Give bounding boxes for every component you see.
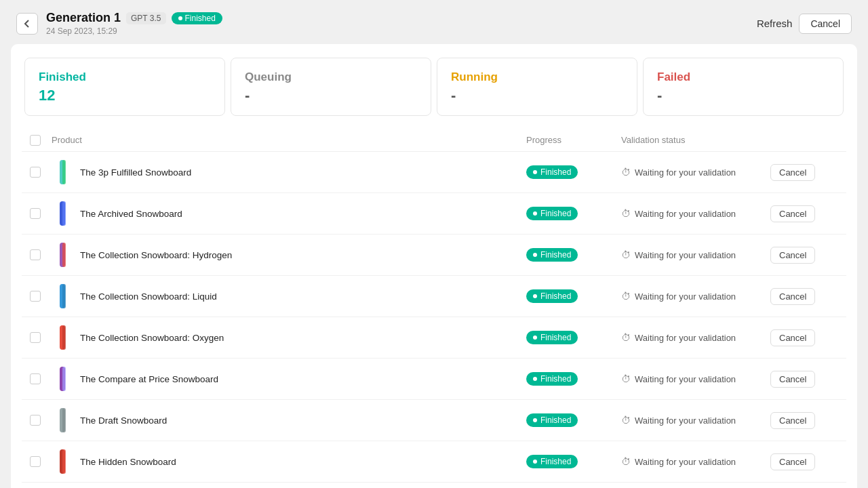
- row-cancel-button[interactable]: Cancel: [770, 247, 815, 264]
- product-thumbnail: [52, 407, 73, 434]
- validation-text: Waiting for your validation: [635, 374, 736, 384]
- table-row: The Collection Snowboard: Hydrogen Finis…: [22, 235, 846, 276]
- row-checkbox[interactable]: [30, 167, 41, 178]
- page-title: Generation 1: [46, 11, 121, 25]
- header-title-row: Generation 1 GPT 3.5 Finished: [46, 11, 222, 25]
- header-validation-col: Validation status: [621, 135, 770, 146]
- product-cell: The Collection Snowboard: Oxygen: [52, 324, 526, 351]
- row-cancel-button[interactable]: Cancel: [770, 371, 815, 388]
- action-cell: Cancel: [770, 371, 838, 388]
- progress-badge: Finished: [526, 289, 578, 303]
- action-cell: Cancel: [770, 453, 838, 470]
- product-thumbnail: [52, 365, 73, 392]
- row-checkbox-cell: [30, 332, 52, 343]
- row-checkbox-cell: [30, 373, 52, 384]
- action-cell: Cancel: [770, 164, 838, 181]
- table-row: The Hidden Snowboard Finished ⏱ Waiting …: [22, 441, 846, 483]
- table-body: The 3p Fulfilled Snowboard Finished ⏱ Wa…: [22, 152, 846, 488]
- stat-card-finished: Finished 12: [24, 58, 225, 116]
- clock-icon: ⏱: [621, 456, 631, 467]
- progress-cell: Finished: [526, 248, 621, 262]
- validation-cell: ⏱ Waiting for your validation: [621, 291, 770, 302]
- row-cancel-button[interactable]: Cancel: [770, 453, 815, 470]
- progress-badge: Finished: [526, 248, 578, 262]
- stat-card-running: Running -: [437, 58, 637, 116]
- product-thumbnail: [52, 324, 73, 351]
- stat-card-failed: Failed -: [643, 58, 844, 116]
- validation-text: Waiting for your validation: [635, 291, 736, 302]
- clock-icon: ⏱: [621, 249, 631, 260]
- row-cancel-button[interactable]: Cancel: [770, 205, 815, 222]
- row-cancel-button[interactable]: Cancel: [770, 288, 815, 305]
- row-checkbox[interactable]: [30, 291, 41, 302]
- row-cancel-button[interactable]: Cancel: [770, 412, 815, 429]
- action-cell: Cancel: [770, 288, 838, 305]
- validation-text: Waiting for your validation: [635, 415, 736, 426]
- table-row: The Archived Snowboard Finished ⏱ Waitin…: [22, 193, 846, 235]
- product-name: The Collection Snowboard: Liquid: [80, 291, 217, 302]
- product-name: The Collection Snowboard: Oxygen: [80, 333, 224, 343]
- svg-rect-7: [62, 284, 66, 308]
- gpt-badge: GPT 3.5: [126, 12, 165, 24]
- validation-text: Waiting for your validation: [635, 457, 736, 467]
- product-name: The Draft Snowboard: [80, 415, 167, 426]
- clock-icon: ⏱: [621, 373, 631, 384]
- header-subtitle: 24 Sep 2023, 15:29: [46, 26, 222, 36]
- product-cell: The Collection Snowboard: Liquid: [52, 283, 526, 310]
- row-checkbox[interactable]: [30, 373, 41, 384]
- validation-cell: ⏱ Waiting for your validation: [621, 456, 770, 467]
- row-checkbox[interactable]: [30, 208, 41, 219]
- row-checkbox[interactable]: [30, 332, 41, 343]
- product-thumbnail: [52, 241, 73, 268]
- cancel-button-header[interactable]: Cancel: [799, 14, 852, 34]
- stat-label-queuing: Queuing: [245, 70, 417, 84]
- header-product-col: Product: [52, 135, 526, 146]
- stat-value-running: -: [451, 87, 623, 104]
- product-thumbnail: [52, 200, 73, 227]
- progress-badge: Finished: [526, 413, 578, 427]
- product-cell: The 3p Fulfilled Snowboard: [52, 159, 526, 186]
- validation-text: Waiting for your validation: [635, 209, 736, 219]
- svg-rect-3: [62, 201, 66, 226]
- refresh-button[interactable]: Refresh: [757, 14, 793, 34]
- row-cancel-button[interactable]: Cancel: [770, 329, 815, 346]
- svg-rect-1: [62, 160, 66, 184]
- product-name: The Archived Snowboard: [80, 209, 182, 219]
- table-row: The Collection Snowboard: Liquid Finishe…: [22, 276, 846, 317]
- header-checkbox-col: [30, 135, 52, 146]
- action-cell: Cancel: [770, 329, 838, 346]
- header-progress-col: Progress: [526, 135, 621, 146]
- header-title-group: Generation 1 GPT 3.5 Finished 24 Sep 202…: [46, 11, 222, 36]
- progress-badge: Finished: [526, 372, 578, 386]
- clock-icon: ⏱: [621, 291, 631, 302]
- page-container: Generation 1 GPT 3.5 Finished 24 Sep 202…: [0, 0, 868, 488]
- progress-badge: Finished: [526, 331, 578, 344]
- progress-cell: Finished: [526, 413, 621, 427]
- product-cell: The Compare at Price Snowboard: [52, 365, 526, 392]
- svg-rect-13: [62, 408, 66, 432]
- svg-rect-5: [62, 243, 66, 267]
- validation-cell: ⏱ Waiting for your validation: [621, 373, 770, 384]
- stat-value-failed: -: [657, 87, 829, 104]
- progress-cell: Finished: [526, 331, 621, 344]
- row-cancel-button[interactable]: Cancel: [770, 164, 815, 181]
- progress-badge: Finished: [526, 165, 578, 179]
- main-content: Finished 12 Queuing - Running - Failed -: [11, 44, 857, 488]
- back-button[interactable]: [16, 13, 38, 35]
- product-cell: The Archived Snowboard: [52, 200, 526, 227]
- row-checkbox[interactable]: [30, 456, 41, 467]
- progress-cell: Finished: [526, 207, 621, 220]
- product-name: The 3p Fulfilled Snowboard: [80, 167, 191, 178]
- progress-cell: Finished: [526, 455, 621, 468]
- clock-icon: ⏱: [621, 167, 631, 178]
- validation-text: Waiting for your validation: [635, 167, 736, 178]
- table-row: The Multi-location Snowboard Finished ⏱ …: [22, 483, 846, 488]
- product-thumbnail: [52, 448, 73, 475]
- select-all-checkbox[interactable]: [30, 135, 41, 146]
- row-checkbox[interactable]: [30, 415, 41, 426]
- row-checkbox-cell: [30, 249, 52, 260]
- stat-value-queuing: -: [245, 87, 417, 104]
- row-checkbox[interactable]: [30, 249, 41, 260]
- products-table: Product Progress Validation status The 3…: [11, 119, 857, 488]
- product-cell: The Draft Snowboard: [52, 407, 526, 434]
